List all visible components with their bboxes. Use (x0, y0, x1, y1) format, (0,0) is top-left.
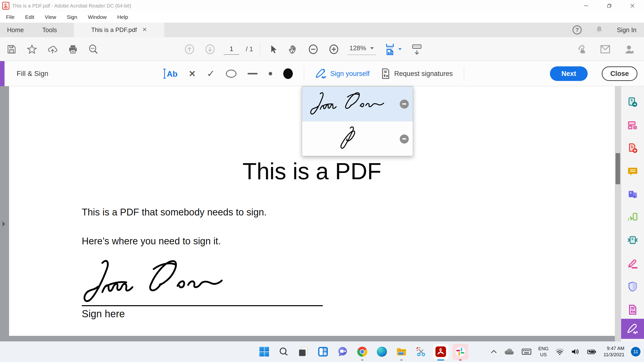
notifications-bell-icon[interactable] (595, 26, 603, 34)
help-icon[interactable]: ? (573, 25, 582, 34)
volume-icon[interactable] (571, 348, 580, 355)
teams-chat-icon[interactable] (335, 342, 351, 361)
wifi-icon[interactable] (555, 348, 564, 355)
select-tool-icon[interactable] (266, 43, 279, 56)
tab-close-icon[interactable]: × (142, 26, 147, 33)
remove-signature-button[interactable] (400, 100, 409, 109)
search-icon[interactable] (87, 42, 100, 56)
menu-sign[interactable]: Sign (65, 13, 79, 21)
share-link-icon[interactable] (574, 42, 588, 56)
star-favorite-icon[interactable] (25, 42, 39, 56)
next-page-icon[interactable] (203, 42, 217, 56)
edge-icon[interactable] (374, 342, 390, 361)
hide-toolbar-icon[interactable] (410, 42, 424, 57)
zoom-out-icon[interactable] (306, 42, 320, 56)
combine-files-icon[interactable] (627, 189, 638, 200)
request-signatures-side-icon[interactable] (627, 304, 638, 315)
menu-help[interactable]: Help (116, 13, 130, 21)
widgets-icon[interactable] (315, 342, 331, 361)
signature-option-jd-initials[interactable] (302, 121, 413, 156)
left-gutter (0, 86, 9, 341)
minimize-button[interactable] (575, 0, 598, 12)
sign-here-label: Sign here (82, 308, 125, 320)
menubar: File Edit View Sign Window Help (0, 12, 644, 23)
tab-tools[interactable]: Tools (38, 23, 61, 37)
chevron-right-icon (2, 221, 6, 227)
filled-dot-color-swatch[interactable] (283, 68, 293, 79)
dot-tool[interactable] (269, 72, 272, 75)
menu-view[interactable]: View (43, 13, 58, 21)
pdf-file-icon: PDF (2, 2, 10, 10)
request-signatures-button[interactable]: Request signatures (381, 68, 453, 79)
window-title: This is a PDF.pdf - Adobe Acrobat Reader… (12, 3, 131, 9)
language-indicator[interactable]: ENG US (538, 346, 549, 358)
sign-in-button[interactable]: Sign In (617, 26, 636, 34)
close-window-button[interactable] (621, 0, 644, 12)
export-pdf-icon[interactable] (627, 97, 638, 108)
document-area: This is a PDF This is a PDF that somebod… (0, 86, 644, 341)
hand-tool-icon[interactable] (286, 42, 300, 56)
tabbar: Home Tools This is a PDF.pdf × ? Sign In (0, 23, 644, 37)
battery-icon[interactable] (586, 348, 597, 355)
zoom-level-dropdown[interactable]: 128% (347, 43, 376, 55)
circle-tool[interactable] (226, 70, 236, 78)
notification-indicator (459, 359, 462, 360)
menu-file[interactable]: File (5, 13, 16, 21)
scrollbar-thumb[interactable] (616, 153, 620, 184)
fill-sign-pen-icon (627, 324, 638, 334)
placed-signature-jane-doe[interactable] (82, 253, 228, 311)
highlight-pen-icon[interactable] (627, 258, 638, 269)
taskbar-search-icon[interactable] (276, 342, 292, 361)
fountain-pen-icon (315, 69, 327, 78)
page-number-input[interactable] (224, 44, 239, 55)
start-button[interactable] (256, 342, 272, 361)
navigation-pane-toggle[interactable] (0, 216, 8, 232)
fit-width-dropdown[interactable] (383, 42, 403, 57)
compress-pdf-icon[interactable] (627, 235, 638, 246)
share-with-people-icon[interactable] (622, 42, 636, 56)
task-view-icon[interactable] (295, 342, 311, 361)
cloud-upload-icon[interactable] (46, 42, 59, 56)
add-text-tool[interactable]: Ab (163, 69, 178, 79)
next-button[interactable]: Next (550, 66, 588, 81)
file-explorer-icon[interactable] (393, 342, 410, 361)
close-tool-button[interactable]: Close (602, 66, 637, 81)
edit-pdf-icon[interactable] (627, 120, 638, 131)
windows-taskbar: ENG US 9:47 AM (0, 341, 644, 362)
previous-page-icon[interactable] (182, 42, 196, 56)
snipping-tool-icon[interactable] (413, 342, 429, 361)
show-hidden-icons-chevron[interactable] (491, 349, 497, 354)
print-icon[interactable] (66, 43, 79, 56)
organize-pages-icon[interactable] (627, 212, 638, 223)
save-icon[interactable] (5, 43, 18, 56)
fill-sign-tools: Ab ✕ ✓ Sign yourself Request signatures (163, 61, 464, 86)
email-icon[interactable] (598, 43, 612, 56)
tab-home[interactable]: Home (3, 23, 28, 37)
menu-window[interactable]: Window (86, 13, 108, 21)
main-toolbar: / 1 128% (0, 37, 644, 61)
fill-sign-active-tool[interactable] (621, 319, 644, 339)
menu-edit[interactable]: Edit (24, 13, 36, 21)
comment-icon[interactable] (627, 166, 638, 177)
protect-shield-icon[interactable] (627, 281, 638, 292)
sign-yourself-button[interactable]: Sign yourself (315, 69, 370, 78)
create-pdf-icon[interactable] (627, 143, 638, 154)
zoom-in-icon[interactable] (327, 42, 341, 56)
notification-center-badge[interactable]: 11 (631, 347, 640, 356)
acrobat-reader-icon[interactable] (433, 342, 449, 361)
vertical-scrollbar[interactable] (615, 86, 621, 341)
touch-keyboard-icon[interactable] (521, 348, 532, 356)
restore-button[interactable] (598, 0, 621, 12)
chrome-icon[interactable] (354, 342, 370, 361)
cross-mark-tool[interactable]: ✕ (189, 69, 196, 79)
remove-initials-button[interactable] (400, 134, 409, 144)
slack-icon[interactable] (452, 342, 468, 361)
check-mark-tool[interactable]: ✓ (207, 68, 215, 79)
tab-document[interactable]: This is a PDF.pdf × (74, 23, 164, 37)
clock[interactable]: 9:47 AM 11/3/2021 (603, 345, 624, 358)
fill-sign-divider (464, 67, 464, 80)
fill-sign-actions: Next Close (550, 61, 637, 86)
line-tool[interactable] (248, 73, 258, 74)
onedrive-icon[interactable] (504, 348, 515, 355)
signature-option-jane-doe[interactable] (302, 86, 413, 121)
